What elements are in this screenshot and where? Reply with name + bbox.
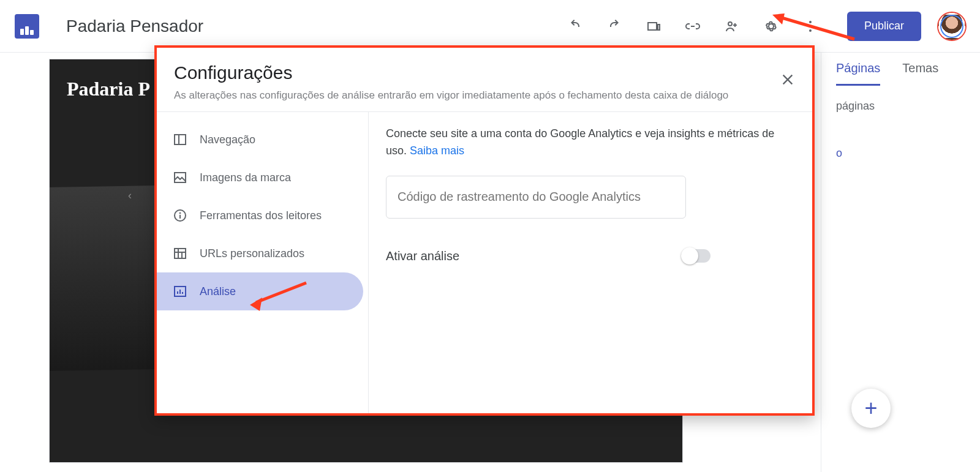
pages-filter-label: páginas [836,100,965,113]
nav-label: URLs personalizados [200,247,304,260]
image-icon [173,170,187,185]
preview-button[interactable] [639,12,668,41]
dialog-subtitle: As alterações nas configurações de análi… [174,89,795,102]
nav-label: Navegação [200,133,255,146]
tab-pages[interactable]: Páginas [836,61,880,86]
nav-item-navigation[interactable]: Navegação [157,121,363,159]
undo-button[interactable] [560,12,590,41]
analytics-description: Conecte seu site a uma conta do Google A… [386,125,795,160]
nav-item-analytics[interactable]: Análise [157,272,363,310]
enable-analytics-toggle[interactable] [681,249,710,263]
dialog-nav: Navegação Imagens da marca Ferramentas d… [157,112,369,413]
svg-point-0 [809,21,812,23]
nav-item-readers[interactable]: Ferramentas dos leitores [157,197,363,234]
nav-label: Análise [200,285,236,298]
sites-app-icon[interactable] [15,14,39,39]
settings-button[interactable] [756,12,786,41]
svg-point-1 [809,25,812,28]
settings-dialog: Configurações As alterações nas configur… [154,45,815,416]
nav-item-urls[interactable]: URLs personalizados [157,234,363,272]
canvas-hero-title[interactable]: Padaria P [67,78,150,100]
dialog-close-button[interactable] [775,67,800,92]
tracking-code-input[interactable] [386,176,686,219]
svg-point-10 [180,213,181,214]
dialog-header: Configurações As alterações nas configur… [157,48,812,112]
nav-label: Imagens da marca [200,171,291,184]
svg-rect-5 [175,135,186,144]
dialog-content: Conecte seu site a uma conta do Google A… [369,112,812,413]
domain-icon [173,246,187,261]
enable-analytics-label: Ativar análise [386,249,459,263]
svg-rect-11 [175,249,186,258]
chart-icon [173,284,187,299]
add-page-fab[interactable]: + [851,389,891,428]
site-title[interactable]: Padaria Pensador [66,17,203,36]
tab-themes[interactable]: Temas [902,61,938,86]
nav-item-brand[interactable]: Imagens da marca [157,159,363,197]
redo-button[interactable] [600,12,629,41]
right-panel: Páginas Temas páginas o [821,53,980,472]
dialog-title: Configurações [174,62,795,83]
learn-more-link[interactable]: Saiba mais [410,144,464,157]
share-button[interactable] [717,12,747,41]
more-button[interactable] [796,12,825,41]
nav-label: Ferramentas dos leitores [200,209,322,222]
publish-button[interactable]: Publicar [847,12,921,41]
info-icon [173,208,187,223]
layout-icon [173,132,187,147]
link-button[interactable] [678,12,707,41]
account-avatar[interactable] [938,13,965,40]
link-fragment[interactable]: o [836,147,965,160]
svg-point-2 [809,29,812,32]
collapse-handle-icon[interactable]: ‹ [128,189,132,202]
